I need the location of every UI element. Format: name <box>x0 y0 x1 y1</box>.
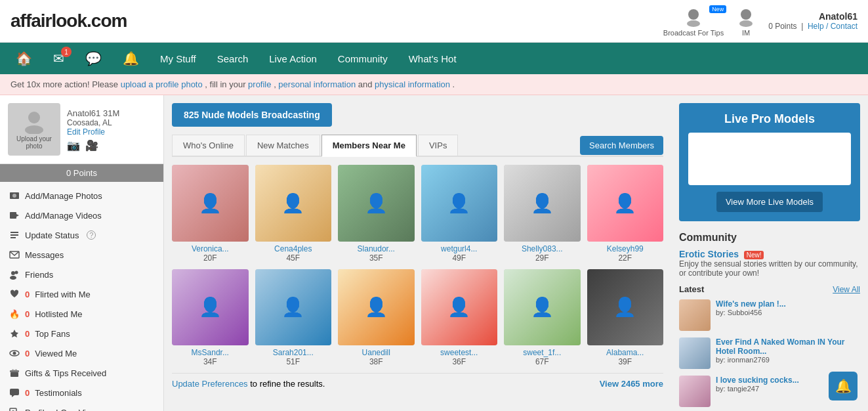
member-photo-inner: 👤 <box>338 165 415 242</box>
edit-profile-link[interactable]: Edit Profile <box>67 127 155 137</box>
sidebar-item-videos[interactable]: Add/Manage Videos <box>0 206 163 225</box>
avatar-upload[interactable]: Upload your photo <box>8 103 60 156</box>
sidebar-item-viewedme[interactable]: 0 Viewed Me <box>0 343 163 363</box>
tab-membersnearme[interactable]: Members Near Me <box>321 135 417 157</box>
top-bar: affairlook.com New Broadcast For Tips IM… <box>0 0 868 43</box>
tab-whoonline[interactable]: Who's Online <box>172 135 245 156</box>
member-name: Kelseyh99 <box>587 244 664 253</box>
profile-location: Coosada, AL <box>67 118 155 127</box>
story-item: Wife's new plan !... by: Subboi456 <box>679 299 860 331</box>
sidebar-item-gifts[interactable]: Gifts & Tips Received <box>0 363 163 383</box>
svg-rect-12 <box>10 237 16 238</box>
member-grid: 👤 Veronica... 20F 👤 Cena4ples 45F 👤 Slan… <box>172 165 663 366</box>
member-photo-inner: 👤 <box>587 269 664 346</box>
sidebar-item-profiles[interactable]: Profiles I Can View <box>0 402 163 411</box>
update-prefs-link[interactable]: Update Preferences to refine the results… <box>172 379 325 389</box>
nav-search-label: Search <box>217 53 249 64</box>
tab-newmatches[interactable]: New Matches <box>246 135 320 156</box>
view-live-button[interactable]: View More Live Models <box>716 192 823 212</box>
sidebar-status-label: Update Status <box>25 230 79 240</box>
nav-home[interactable]: 🏠 <box>7 43 41 74</box>
nav-whatshot[interactable]: What's Hot <box>400 45 466 72</box>
svg-point-15 <box>15 271 18 274</box>
view-all-link[interactable]: View All <box>833 285 860 294</box>
physical-info-link[interactable]: physical information <box>375 79 450 89</box>
svg-rect-23 <box>10 389 19 395</box>
search-members-button[interactable]: Search Members <box>580 136 663 155</box>
member-card[interactable]: 👤 Kelseyh99 22F <box>587 165 664 263</box>
member-card[interactable]: 👤 Cena4ples 45F <box>255 165 332 263</box>
nav-liveaction[interactable]: Live Action <box>260 45 326 72</box>
nav-mail[interactable]: ✉ 1 <box>44 43 73 74</box>
member-card[interactable]: 👤 Shelly083... 29F <box>504 165 581 263</box>
sidebar-item-status[interactable]: Update Status ? <box>0 225 163 245</box>
profile-link[interactable]: profile <box>248 79 271 89</box>
member-photo: 👤 <box>172 269 249 346</box>
member-photo: 👤 <box>587 165 664 242</box>
main-content: 825 Nude Models Broadcasting Who's Onlin… <box>164 95 671 411</box>
help-contact-link[interactable]: Help / Contact <box>808 22 858 31</box>
member-card[interactable]: 👤 wetgurl4... 49F <box>421 165 498 263</box>
member-card[interactable]: 👤 Alabama... 39F <box>587 269 664 367</box>
nav-community[interactable]: Community <box>329 45 397 72</box>
broadcast-button[interactable]: 825 Nude Models Broadcasting <box>172 103 332 127</box>
member-name: wetgurl4... <box>421 244 498 253</box>
member-card[interactable]: 👤 Uanedill 38F <box>338 269 415 367</box>
erotic-stories-link[interactable]: Erotic Stories <box>679 249 739 259</box>
im-icon-group[interactable]: IM <box>734 5 758 37</box>
nav-community-label: Community <box>338 53 388 64</box>
member-name: Uanedill <box>338 348 415 357</box>
flirted-count: 0 <box>25 290 30 299</box>
member-card[interactable]: 👤 sweet_1f... 67F <box>504 269 581 367</box>
notification-bell-button[interactable]: 🔔 <box>829 372 858 400</box>
svg-point-4 <box>28 112 40 123</box>
member-card[interactable]: 👤 Slanudor... 35F <box>338 165 415 263</box>
sidebar-item-topfans[interactable]: 0 Top Fans <box>0 324 163 343</box>
community-title: Community <box>679 232 860 244</box>
sidebar-item-testimonials[interactable]: 0 Testimonials <box>0 383 163 402</box>
nav-bell[interactable]: 🔔 <box>114 43 148 74</box>
alert-text2: , fill in your <box>205 79 248 89</box>
svg-point-16 <box>10 276 16 280</box>
member-card[interactable]: 👤 MsSandr... 34F <box>172 269 249 367</box>
nav-search[interactable]: Search <box>208 45 258 72</box>
username[interactable]: Anatol61 <box>819 11 858 22</box>
member-age: 36F <box>421 357 498 366</box>
story-thumbnail <box>679 376 711 407</box>
camera-icon[interactable]: 📷 <box>67 139 80 152</box>
tab-vips[interactable]: VIPs <box>418 135 458 156</box>
story-title[interactable]: I love sucking cocks... <box>716 376 799 385</box>
sidebar-item-photos[interactable]: Add/Manage Photos <box>0 186 163 206</box>
user-info: Anatol61 0 Points | Help / Contact <box>768 11 858 31</box>
grid-footer: Update Preferences to refine the results… <box>172 373 663 389</box>
member-name: Veronica... <box>172 244 249 253</box>
member-photo: 👤 <box>338 165 415 242</box>
live-models-title: Live Pro Models <box>688 112 851 126</box>
member-card[interactable]: 👤 Sarah201... 51F <box>255 269 332 367</box>
member-card[interactable]: 👤 Veronica... 20F <box>172 165 249 263</box>
sidebar-item-messages[interactable]: Messages <box>0 245 163 265</box>
profile-name[interactable]: Anatol61 31M <box>67 108 155 118</box>
upload-label: Upload your photo <box>8 134 60 151</box>
member-name: MsSandr... <box>172 348 249 357</box>
story-title[interactable]: Ever Find A Naked Woman IN Your Hotel Ro… <box>716 337 860 356</box>
story-title[interactable]: Wife's new plan !... <box>716 299 786 309</box>
svg-text:🔥: 🔥 <box>9 309 20 319</box>
broadcast-icon-group[interactable]: New Broadcast For Tips <box>663 5 724 37</box>
nav-mystuff[interactable]: My Stuff <box>151 45 205 72</box>
sidebar-item-flirted[interactable]: 0 Flirted with Me <box>0 284 163 304</box>
site-logo[interactable]: affairlook.com <box>10 11 127 32</box>
sidebar-menu: Add/Manage Photos Add/Manage Videos Upda… <box>0 182 163 411</box>
sidebar-videos-label: Add/Manage Videos <box>25 211 102 221</box>
alert-text4: and <box>358 79 375 89</box>
sidebar-item-friends[interactable]: Friends <box>0 265 163 284</box>
video-icon[interactable]: 🎥 <box>85 139 98 152</box>
nav-chat[interactable]: 💬 <box>76 43 111 74</box>
upload-photo-link[interactable]: upload a profile photo <box>121 79 203 89</box>
view-more-link[interactable]: View 2465 more <box>600 379 663 389</box>
member-card[interactable]: 👤 sweetest... 36F <box>421 269 498 367</box>
member-name: Cena4ples <box>255 244 332 253</box>
home-icon: 🏠 <box>16 51 32 66</box>
personal-info-link[interactable]: personal information <box>278 79 356 89</box>
sidebar-item-hotlisted[interactable]: 🔥 0 Hotlisted Me <box>0 304 163 324</box>
